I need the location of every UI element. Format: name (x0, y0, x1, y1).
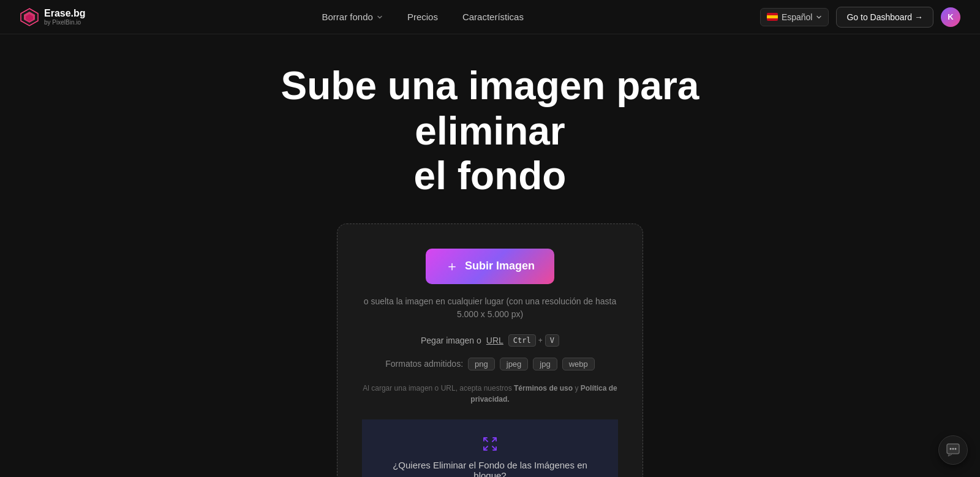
keyboard-shortcut: Ctrl + V (508, 334, 559, 347)
avatar[interactable]: K (941, 7, 960, 27)
format-jpeg: jpeg (500, 358, 529, 370)
svg-point-6 (952, 448, 954, 450)
format-jpg: jpg (533, 358, 557, 370)
upload-container: ＋ Subir Imagen o suelta la imagen en cua… (337, 223, 643, 477)
nav-caracteristicas[interactable]: Características (462, 12, 524, 22)
nav-borrar-fondo[interactable]: Borrar fondo (322, 12, 383, 22)
formats-row: Formatos admitidos: png jpeg jpg webp (385, 358, 595, 370)
chat-widget[interactable] (938, 435, 968, 465)
url-link[interactable]: URL (486, 336, 503, 345)
logo-text: Erase.bg by PixelBin.io (44, 8, 86, 26)
dashboard-button[interactable]: Go to Dashboard → (836, 7, 933, 28)
terms-of-use-link[interactable]: Términos de uso (514, 384, 573, 392)
bulk-section: ¿Quieres Eliminar el Fondo de las Imágen… (362, 419, 618, 477)
logo-subtitle: by PixelBin.io (44, 19, 86, 26)
nav-center: Borrar fondo Precios Características (322, 12, 524, 22)
svg-point-7 (955, 448, 957, 450)
bulk-icon (480, 434, 500, 454)
chevron-down-icon (377, 14, 383, 20)
svg-point-5 (950, 448, 952, 450)
lang-chevron-icon (816, 14, 822, 20)
main-content: Sube una imagen para eliminar el fondo ＋… (0, 34, 980, 477)
nav-precios[interactable]: Precios (407, 12, 438, 22)
format-webp: webp (562, 358, 595, 370)
terms-text: Al cargar una imagen o URL, acepta nuest… (362, 383, 618, 405)
navbar: Erase.bg by PixelBin.io Borrar fondo Pre… (0, 0, 980, 34)
v-key: V (545, 334, 559, 347)
format-png: png (468, 358, 495, 370)
plus-icon: ＋ (445, 257, 459, 276)
page-title: Sube una imagen para eliminar el fondo (245, 64, 735, 199)
bulk-question: ¿Quieres Eliminar el Fondo de las Imágen… (377, 460, 603, 477)
ctrl-key: Ctrl (508, 334, 536, 347)
chat-icon (946, 443, 960, 457)
language-selector[interactable]: Español (760, 8, 829, 26)
logo-title: Erase.bg (44, 8, 86, 19)
upload-button[interactable]: ＋ Subir Imagen (426, 249, 554, 284)
nav-right: Español Go to Dashboard → K (760, 7, 960, 28)
drop-zone-text: o suelta la imagen en cualquier lugar (c… (362, 295, 618, 321)
logo-area: Erase.bg by PixelBin.io (20, 7, 86, 27)
spain-flag-icon (767, 13, 778, 21)
paste-row: Pegar imagen o URL Ctrl + V (421, 334, 559, 347)
logo-icon (20, 7, 39, 27)
